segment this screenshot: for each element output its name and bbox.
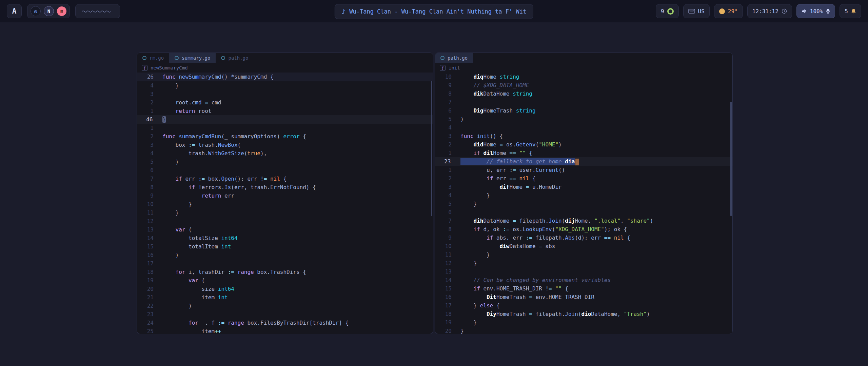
code-line[interactable]: 16 ) <box>137 251 433 259</box>
code-line[interactable]: 13 <box>435 267 732 276</box>
code-line[interactable]: 20} <box>435 327 732 334</box>
tab-path.go[interactable]: path.go <box>435 53 473 63</box>
code-line[interactable]: 15 if env.HOME_TRASH_DIR != "" { <box>435 284 732 293</box>
code-token: Open <box>221 176 234 182</box>
tab-rm.go[interactable]: rm.go <box>137 53 169 63</box>
code-line[interactable]: 4 trash.WithGetSize(true), <box>137 149 433 158</box>
top-bar: A ◎ N ▤ ♪ Wu-Tang Clan - Wu-Tang Clan Ai… <box>0 0 868 22</box>
code-token: := <box>218 320 224 326</box>
window-title-masked[interactable] <box>75 4 120 18</box>
code-line[interactable]: 22 ) <box>137 302 433 310</box>
code-line[interactable]: 8 if !errors.Is(err, trash.ErrNotFound) … <box>137 183 433 191</box>
scrollbar-thumb[interactable] <box>431 81 432 216</box>
code-line[interactable]: 25 item++ <box>137 327 433 334</box>
code-line[interactable]: 4 } <box>435 191 732 200</box>
code-line[interactable]: 16 DitHomeTrash = env.HOME_TRASH_DIR <box>435 293 732 301</box>
code-line[interactable]: 9 // $XDG_DATA_HOME <box>435 81 732 89</box>
code-line[interactable]: 20 size int64 <box>137 285 433 293</box>
line-text: totalSize int64 <box>162 234 238 242</box>
code-line[interactable]: 12 } <box>435 259 732 267</box>
code-line[interactable]: 19 var ( <box>137 276 433 285</box>
code-line[interactable]: 2 if err == nil { <box>435 174 732 183</box>
code-line[interactable]: 3 <box>137 90 433 98</box>
code-line[interactable]: 15 totalItem int <box>137 242 433 251</box>
code-line[interactable]: 6 <box>435 208 732 217</box>
line-text: // $XDG_DATA_HOME <box>460 81 529 89</box>
code-line[interactable]: 24 for _, f := range box.FilesByTrashDir… <box>137 319 433 327</box>
clock[interactable]: 12:31:12 <box>747 4 792 18</box>
code-line[interactable]: 10 } <box>137 200 433 208</box>
tab-summary.go[interactable]: summary.go <box>169 53 216 63</box>
volume-indicator[interactable]: 100% <box>796 4 835 18</box>
code-line[interactable]: 19 } <box>435 318 732 327</box>
code-token: totalSize <box>162 235 221 241</box>
code-line[interactable]: 1 return root <box>137 107 433 115</box>
code-line[interactable]: 13 var ( <box>137 225 433 234</box>
code-line[interactable]: 46} <box>137 115 433 124</box>
code-line[interactable]: 3 difHome = u.HomeDir <box>435 183 732 191</box>
code-line[interactable]: 23 // fallback to get home dia <box>435 157 732 166</box>
line-text: if d, ok := os.LookupEnv("XDG_DATA_HOME"… <box>460 225 627 233</box>
workspace-indicator-1[interactable]: ◎ <box>31 6 41 16</box>
line-number: 1 <box>435 149 460 157</box>
cursor-block <box>575 159 579 165</box>
code-line[interactable]: 3func init() { <box>435 132 732 140</box>
code-line[interactable]: 8 dikDataHome string <box>435 89 732 98</box>
code-line[interactable]: 2 root.cmd = cmd <box>137 98 433 107</box>
code-line[interactable]: 1 u, err := user.Current() <box>435 166 732 174</box>
code-line[interactable]: 7 <box>435 98 732 106</box>
code-line[interactable]: 7 if err := box.Open(); err != nil { <box>137 175 433 183</box>
notifications-indicator[interactable]: 5 <box>840 4 861 18</box>
weather-indicator[interactable]: 29° <box>714 4 743 18</box>
code-line[interactable]: 14 totalSize int64 <box>137 234 433 242</box>
code-line[interactable]: 4 } <box>137 81 433 90</box>
scrollbar-thumb[interactable] <box>730 102 732 216</box>
code-token: diw <box>500 243 510 249</box>
code-line[interactable]: 7 dihDataHome = filepath.Join(dijHome, "… <box>435 217 732 225</box>
code-line[interactable]: 9 if abs, err := filepath.Abs(d); err ==… <box>435 233 732 242</box>
code-line[interactable]: 6 <box>137 166 433 175</box>
code-line[interactable]: 5 } <box>435 200 732 208</box>
code-token: ( <box>562 218 565 224</box>
code-token: item <box>162 294 218 301</box>
code-line[interactable]: 1 if dilHome == "" { <box>435 149 732 157</box>
tab-path.go[interactable]: path.go <box>216 53 254 63</box>
code-line[interactable]: 10 diqHome string <box>435 73 732 81</box>
code-line[interactable]: 3 box := trash.NewBox( <box>137 141 433 149</box>
code-line[interactable]: 23 <box>137 310 433 319</box>
updates-indicator[interactable]: 9 <box>656 4 679 18</box>
code-line[interactable]: 18 for i, trashDir := range box.TrashDir… <box>137 268 433 276</box>
music-title: Wu-Tang Clan - Wu-Tang Clan Ain't Nuthin… <box>349 8 526 15</box>
masked-text-scribble <box>81 9 114 14</box>
code-token: box.FilesByTrashDir[trashDir] { <box>244 320 349 326</box>
line-number: 26 <box>137 73 162 81</box>
code-line[interactable]: 1 <box>137 124 433 132</box>
code-line[interactable]: 10 diwDataHome = abs <box>435 242 732 250</box>
code-line[interactable]: 8 if d, ok := os.LookupEnv("XDG_DATA_HOM… <box>435 225 732 233</box>
bell-icon <box>851 8 856 14</box>
code-line[interactable]: 21 item int <box>137 293 433 302</box>
code-line[interactable]: 11 } <box>137 208 433 217</box>
code-line[interactable]: 2 didHome = os.Getenv("HOME") <box>435 140 732 149</box>
code-line[interactable]: 9 return err <box>137 191 433 200</box>
code-line[interactable]: 18 DiyHomeTrash = filepath.Join(dioDataH… <box>435 310 732 318</box>
code-line[interactable]: 4 <box>435 123 732 132</box>
code-token: ) <box>650 218 653 224</box>
code-line[interactable]: 11 } <box>435 250 732 259</box>
line-text: } <box>460 250 490 259</box>
code-line[interactable]: 5) <box>435 115 732 123</box>
code-line[interactable]: 2func summaryCmdRun(_ summaryOptions) er… <box>137 132 433 141</box>
code-area: 10 diqHome string9 // $XDG_DATA_HOME8 di… <box>435 73 732 334</box>
code-line[interactable]: 12 <box>137 217 433 225</box>
workspace-indicator-3[interactable]: ▤ <box>57 6 66 16</box>
code-line[interactable]: 6 DigHomeTrash string <box>435 106 732 115</box>
code-line[interactable]: 17 <box>137 259 433 268</box>
context-code-line[interactable]: 26func newSummaryCmd() *summaryCmd { <box>137 73 433 81</box>
code-line[interactable]: 5 ) <box>137 158 433 166</box>
code-line[interactable]: 17 } else { <box>435 301 732 310</box>
launcher-button[interactable]: A <box>7 4 22 18</box>
workspace-indicator-2[interactable]: N <box>44 6 54 16</box>
music-player-status[interactable]: ♪ Wu-Tang Clan - Wu-Tang Clan Ain't Nuth… <box>335 4 533 19</box>
code-line[interactable]: 14 // Can be changed by environment vari… <box>435 276 732 284</box>
keyboard-layout-indicator[interactable]: US <box>683 4 710 18</box>
